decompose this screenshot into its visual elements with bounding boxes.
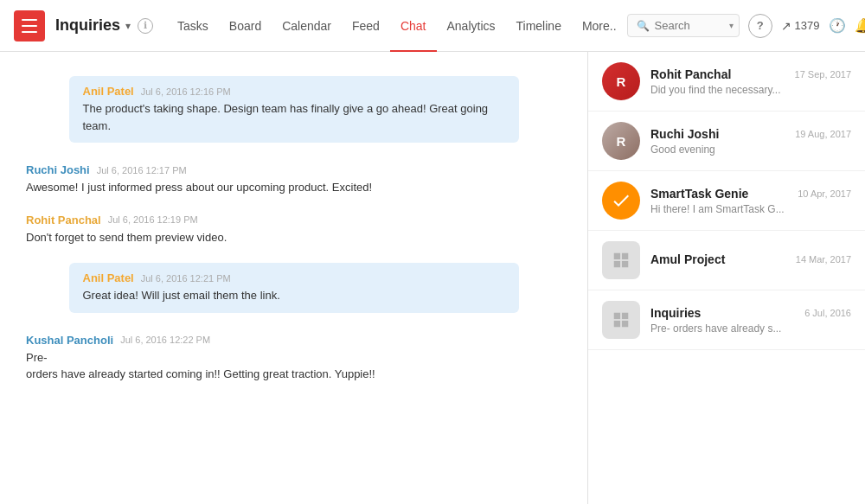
message-group: Rohit Panchal Jul 6, 2016 12:19 PM Don't… (0, 207, 587, 253)
message-group: Ruchi Joshi Jul 6, 2016 12:17 PM Awesome… (0, 156, 587, 203)
tab-chat[interactable]: Chat (390, 1, 437, 52)
avatar-rohit: R (602, 62, 640, 100)
message-group: Anil Patel Jul 6, 2016 12:21 PM Great id… (0, 256, 587, 323)
svg-rect-1 (622, 253, 628, 259)
message-text: Don't forget to send them preview video. (26, 229, 561, 246)
message-group: Kushal Pancholi Jul 6, 2016 12:22 PM Pre… (0, 327, 587, 390)
sidebar-item-amul[interactable]: Amul Project 14 Mar, 2017 (588, 231, 865, 290)
svg-rect-2 (614, 261, 620, 267)
avatar-smarttask (602, 182, 640, 220)
clock-icon[interactable]: 🕐 (829, 17, 846, 34)
sender-name: Anil Patel (83, 85, 134, 98)
project-title-area: Inquiries ▾ ℹ (55, 16, 153, 35)
sidebar-name: Ruchi Joshi (650, 127, 719, 141)
sidebar-date: 17 Sep, 2017 (795, 69, 851, 80)
message-header: Anil Patel Jul 6, 2016 12:16 PM (83, 85, 505, 98)
message-text: Pre-orders have already started coming i… (26, 349, 561, 383)
nav-tabs: Tasks Board Calendar Feed Chat Analytics… (167, 0, 627, 51)
search-box[interactable]: 🔍 ▾ (627, 14, 740, 37)
project-icon-inquiries (602, 301, 640, 339)
sidebar-preview: Pre- orders have already s... (650, 322, 851, 335)
sidebar-date: 19 Aug, 2017 (795, 129, 851, 139)
sidebar-item-inquiries[interactable]: Inquiries 6 Jul, 2016 Pre- orders have a… (588, 290, 865, 350)
svg-rect-3 (622, 261, 628, 267)
sidebar-content: Ruchi Joshi 19 Aug, 2017 Good evening (650, 127, 851, 156)
sidebar-name-date: Inquiries 6 Jul, 2016 (650, 306, 851, 320)
sender-name: Anil Patel (83, 271, 134, 284)
sidebar-name-date: SmartTask Genie 10 Apr, 2017 (650, 187, 851, 201)
chat-area: Anil Patel Jul 6, 2016 12:16 PM The prod… (0, 52, 588, 504)
sidebar-content: Amul Project 14 Mar, 2017 (650, 252, 851, 269)
sidebar-name-date: Rohit Panchal 17 Sep, 2017 (650, 67, 851, 81)
sidebar-name-date: Amul Project 14 Mar, 2017 (650, 252, 851, 266)
hamburger-button[interactable] (14, 10, 45, 41)
message-text: Great idea! Will just email them the lin… (83, 287, 505, 304)
sidebar-preview: Hi there! I am SmartTask G... (650, 203, 851, 215)
search-dropdown-icon[interactable]: ▾ (729, 21, 734, 30)
message-time: Jul 6, 2016 12:22 PM (120, 335, 210, 345)
sidebar-name: SmartTask Genie (650, 187, 748, 201)
message-bubble: Anil Patel Jul 6, 2016 12:21 PM Great id… (69, 263, 519, 313)
svg-rect-4 (614, 313, 620, 319)
help-button[interactable]: ? (748, 14, 772, 38)
bell-icon[interactable]: 🔔 (855, 17, 865, 34)
sidebar-preview: Good evening (650, 144, 851, 156)
svg-rect-5 (622, 313, 628, 319)
sidebar-date: 6 Jul, 2016 (804, 308, 851, 318)
header: Inquiries ▾ ℹ Tasks Board Calendar Feed … (0, 0, 865, 52)
tab-calendar[interactable]: Calendar (272, 1, 342, 52)
tab-timeline[interactable]: Timeline (506, 1, 572, 52)
sidebar-name: Amul Project (650, 252, 725, 266)
search-input[interactable] (655, 19, 724, 32)
message-time: Jul 6, 2016 12:19 PM (108, 214, 198, 225)
sender-name: Rohit Panchal (26, 214, 101, 226)
svg-rect-7 (622, 321, 628, 327)
message-header: Ruchi Joshi Jul 6, 2016 12:17 PM (26, 163, 561, 176)
sidebar-preview: Did you find the necessary... (650, 84, 851, 96)
info-icon[interactable]: ℹ (138, 18, 153, 34)
tab-feed[interactable]: Feed (342, 1, 390, 52)
sidebar-content: Inquiries 6 Jul, 2016 Pre- orders have a… (650, 306, 851, 335)
tab-more[interactable]: More.. (572, 1, 627, 52)
tab-board[interactable]: Board (219, 1, 272, 52)
sidebar: R Rohit Panchal 17 Sep, 2017 Did you fin… (588, 52, 865, 504)
sidebar-name: Rohit Panchal (650, 67, 731, 81)
sidebar-name: Inquiries (650, 306, 701, 320)
sidebar-content: Rohit Panchal 17 Sep, 2017 Did you find … (650, 67, 851, 96)
sidebar-date: 14 Mar, 2017 (796, 254, 851, 265)
message-group: Anil Patel Jul 6, 2016 12:16 PM The prod… (0, 69, 587, 153)
message-header: Rohit Panchal Jul 6, 2016 12:19 PM (26, 214, 561, 226)
project-name: Inquiries (55, 16, 120, 35)
message-time: Jul 6, 2016 12:21 PM (141, 273, 231, 284)
project-icon-amul (602, 241, 640, 279)
tab-analytics[interactable]: Analytics (437, 1, 506, 52)
sidebar-item-rohit[interactable]: R Rohit Panchal 17 Sep, 2017 Did you fin… (588, 52, 865, 112)
message-time: Jul 6, 2016 12:16 PM (141, 86, 231, 97)
main-content: Anil Patel Jul 6, 2016 12:16 PM The prod… (0, 52, 865, 504)
search-icon: 🔍 (637, 20, 650, 32)
sidebar-name-date: Ruchi Joshi 19 Aug, 2017 (650, 127, 851, 141)
message-header: Kushal Pancholi Jul 6, 2016 12:22 PM (26, 334, 561, 347)
message-header: Anil Patel Jul 6, 2016 12:21 PM (83, 271, 505, 284)
header-right: 🔍 ▾ ? ↗ 1379 🕐 🔔 (627, 12, 865, 40)
avatar-ruchi: R (602, 122, 640, 160)
message-bubble: Anil Patel Jul 6, 2016 12:16 PM The prod… (69, 76, 519, 143)
sidebar-item-ruchi[interactable]: R Ruchi Joshi 19 Aug, 2017 Good evening (588, 112, 865, 171)
svg-rect-6 (614, 321, 620, 327)
sidebar-content: SmartTask Genie 10 Apr, 2017 Hi there! I… (650, 187, 851, 215)
svg-rect-0 (614, 253, 620, 259)
tab-tasks[interactable]: Tasks (167, 1, 219, 52)
trending-badge: ↗ 1379 (781, 19, 820, 33)
sender-name: Ruchi Joshi (26, 163, 90, 176)
message-time: Jul 6, 2016 12:17 PM (97, 165, 187, 175)
trending-count: 1379 (795, 19, 820, 32)
sidebar-item-smarttask[interactable]: SmartTask Genie 10 Apr, 2017 Hi there! I… (588, 171, 865, 231)
sender-name: Kushal Pancholi (26, 334, 113, 347)
message-text: Awesome! I just informed press about our… (26, 179, 561, 196)
trending-icon: ↗ (781, 19, 791, 33)
project-dropdown-icon[interactable]: ▾ (125, 20, 131, 32)
message-text: The product's taking shape. Design team … (83, 100, 505, 134)
sidebar-date: 10 Apr, 2017 (798, 188, 851, 199)
